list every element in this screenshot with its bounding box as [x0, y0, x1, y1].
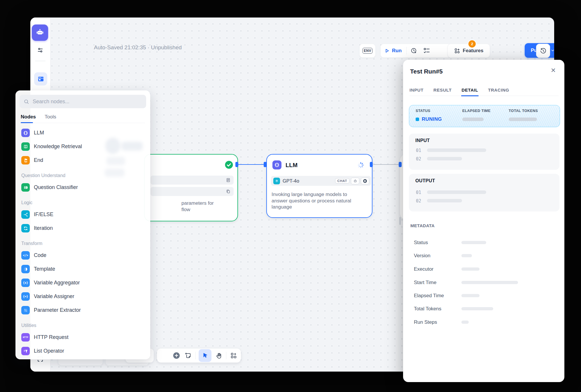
metadata-row-label: Total Tokens [414, 306, 441, 312]
http-request-icon: HTTP [21, 333, 30, 342]
add-node-button[interactable] [172, 351, 181, 360]
checklist-icon [423, 47, 430, 54]
metadata-skeleton [461, 281, 518, 284]
node-item-iteration[interactable]: Iteration [20, 221, 146, 235]
sidebar-item-workflow[interactable] [34, 72, 47, 85]
llm-node-input-handle[interactable] [264, 162, 267, 167]
output-card: OUTPUT 01 02 [409, 174, 559, 211]
output-row-skeleton [427, 190, 486, 194]
elapsed-time-skeleton [462, 118, 484, 121]
tab-tools[interactable]: Tools [45, 111, 56, 123]
app-logo[interactable] [32, 24, 48, 41]
tab-nodes[interactable]: Nodes [21, 111, 36, 123]
running-spinner-icon [357, 162, 364, 169]
metadata-skeleton [461, 254, 472, 257]
node-item-knowledge-retrieval[interactable]: Knowledge Retrieval [20, 140, 146, 153]
panel-resize-handle[interactable] [399, 217, 401, 225]
tab-detail[interactable]: DETAIL [462, 84, 478, 96]
close-icon[interactable]: × [551, 66, 556, 74]
knowledge-retrieval-icon [21, 142, 30, 151]
llm-icon [272, 160, 281, 169]
question-classifier-icon [21, 183, 30, 192]
node-item-list-operator[interactable]: List Operator [20, 344, 146, 358]
if-else-icon [21, 210, 30, 219]
output-title: OUTPUT [415, 178, 435, 183]
organize-layout-icon [230, 352, 237, 359]
row-number: 02 [416, 198, 421, 204]
version-history-button[interactable] [536, 44, 550, 58]
pointer-mode-button[interactable] [199, 349, 211, 362]
checklist-count-badge: 2 [468, 40, 476, 48]
run-history-button[interactable] [410, 47, 417, 54]
add-note-button[interactable] [184, 351, 192, 360]
section-question-understand: Question Understand [21, 171, 144, 180]
edge-start-to-llm [238, 164, 265, 165]
start-node-field-row[interactable] [150, 187, 234, 196]
metadata-row-label: Status [414, 240, 428, 246]
node-item-code[interactable]: </> Code [20, 249, 146, 262]
row-number: 01 [416, 148, 421, 153]
node-item-end[interactable]: End [20, 153, 146, 167]
node-item-question-classifier[interactable]: Question Classifier [20, 181, 146, 194]
section-logic: Logic [21, 198, 144, 207]
tab-tracing[interactable]: TRACING [488, 84, 509, 96]
env-button[interactable]: ENV [359, 44, 376, 58]
hand-mode-button[interactable] [214, 351, 223, 360]
test-run-tabs: INPUT RESULT DETAIL TRACING [410, 84, 559, 96]
features-icon [454, 48, 460, 54]
auto-layout-button[interactable] [229, 351, 238, 360]
iteration-icon [21, 224, 30, 232]
edge-llm-to-end [373, 164, 400, 165]
variable-aggregator-icon: {x} [21, 279, 30, 287]
preferences-sliders-icon[interactable] [30, 47, 50, 54]
llm-model-name: GPT-4o [283, 178, 299, 184]
node-item-parameter-extractor[interactable]: Parameter Extractor [20, 303, 146, 317]
node-item-if-else[interactable]: IF/ELSE [20, 208, 146, 221]
input-card: INPUT 01 02 [409, 134, 559, 170]
chat-mode-badge: CHAT [335, 178, 349, 183]
node-item-variable-aggregator[interactable]: {x} Variable Aggregator [20, 276, 146, 290]
search-input[interactable] [32, 98, 138, 105]
llm-node-output-handle[interactable] [370, 162, 373, 167]
llm-model-row[interactable]: GPT-4o CHAT [271, 176, 371, 186]
run-button[interactable]: Run [384, 48, 402, 54]
sidebar-divider [35, 61, 46, 61]
gpt-4o-icon [273, 178, 280, 184]
history-restore-icon [540, 48, 547, 54]
metadata-skeleton [461, 267, 480, 271]
document-icon [226, 178, 231, 183]
test-run-title: Test Run#5 [410, 68, 443, 75]
metadata-skeleton [461, 321, 469, 324]
cursor-icon [202, 352, 209, 359]
end-node-input-handle[interactable] [399, 162, 402, 167]
status-label: STATUS [416, 109, 430, 113]
play-icon [384, 48, 390, 53]
section-utilities: Utilities [21, 321, 144, 330]
copy-icon [226, 189, 231, 194]
input-row-skeleton [427, 157, 462, 160]
tab-input[interactable]: INPUT [410, 84, 424, 96]
end-icon [21, 156, 30, 164]
node-item-llm[interactable]: LLM [20, 126, 146, 140]
start-node-output-handle[interactable] [235, 162, 238, 167]
metadata-row-label: Run Steps [414, 319, 437, 325]
note-plus-icon [185, 352, 192, 359]
section-transform: Transform [21, 239, 144, 248]
row-number: 01 [416, 190, 421, 195]
start-node[interactable]: parameters for flow [144, 154, 238, 221]
llm-node[interactable]: LLM GPT-4o [266, 154, 372, 218]
metadata-row-label: Version [414, 253, 430, 259]
test-run-panel: Test Run#5 × INPUT RESULT DETAIL TRACING… [403, 60, 564, 382]
app-root: parameters for flow LLM [0, 0, 581, 392]
start-node-description: parameters for flow [181, 200, 234, 213]
node-panel-tabs: Nodes Tools [21, 111, 145, 123]
tab-result[interactable]: RESULT [433, 84, 452, 96]
start-node-field-row[interactable] [150, 176, 234, 185]
llm-node-description: Invoking large language models to answer… [272, 191, 363, 210]
node-item-http-request[interactable]: HTTP HTTP Request [20, 330, 146, 344]
node-item-variable-assigner[interactable]: {=} Variable Assigner [20, 290, 146, 303]
checklist-button[interactable] [423, 47, 430, 54]
node-item-template[interactable]: Template [20, 262, 146, 276]
robot-model-icon [351, 178, 359, 184]
autosave-status: Auto-Saved 21:02:35 · Unpublished [94, 44, 182, 51]
